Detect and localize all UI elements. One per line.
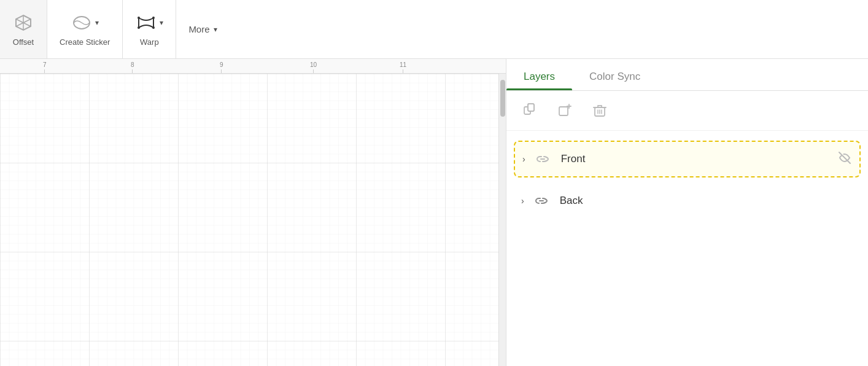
svg-rect-12	[528, 104, 534, 111]
layer-item-front[interactable]: › Front	[514, 141, 861, 177]
scrollbar-vertical[interactable]	[498, 74, 506, 366]
tab-color-sync[interactable]: Color Sync	[572, 63, 657, 90]
more-arrow: ▾	[214, 25, 217, 34]
ruler-mark-11: 11	[400, 62, 406, 73]
layer-front-name: Front	[561, 153, 837, 165]
offset-section[interactable]: Offset	[0, 0, 47, 58]
more-label: More	[188, 24, 209, 34]
svg-point-5	[138, 17, 140, 19]
delete-layer-button[interactable]	[587, 98, 612, 123]
add-layer-button[interactable]	[553, 98, 578, 123]
panel-toolbar	[506, 91, 868, 131]
svg-point-7	[138, 26, 140, 29]
warp-icon	[135, 12, 157, 34]
toolbar: Offset ▾ Create Sticker	[0, 0, 868, 59]
layer-front-chevron: ›	[522, 154, 525, 164]
warp-label: Warp	[140, 37, 159, 47]
layer-item-back[interactable]: › Back	[514, 182, 861, 219]
create-sticker-icon	[71, 12, 93, 34]
svg-point-8	[152, 26, 155, 29]
right-panel: Layers Color Sync	[506, 59, 868, 366]
ruler-marks: 7 8 9 10 11	[0, 59, 506, 73]
svg-point-6	[152, 17, 155, 19]
layer-back-name: Back	[560, 195, 853, 207]
grid-canvas[interactable]	[0, 74, 498, 366]
ruler-mark-8: 8	[131, 62, 134, 73]
create-sticker-controls: ▾	[71, 12, 99, 34]
offset-label: Offset	[13, 37, 34, 47]
scrollbar-thumb[interactable]	[500, 80, 505, 117]
app-container: Offset ▾ Create Sticker	[0, 0, 868, 366]
grid-svg	[0, 74, 498, 366]
layer-front-thumb	[532, 148, 554, 170]
ruler-mark-9: 9	[220, 62, 223, 73]
layer-front-visibility-icon[interactable]	[837, 150, 852, 168]
canvas-area: 7 8 9 10 11	[0, 59, 506, 366]
layers-list: › Front	[506, 131, 868, 366]
layer-back-chevron: ›	[521, 196, 524, 206]
offset-icon	[12, 12, 34, 34]
panel-tabs: Layers Color Sync	[506, 59, 868, 91]
create-sticker-section[interactable]: ▾ Create Sticker	[47, 0, 123, 58]
main-content: 7 8 9 10 11	[0, 59, 868, 366]
ruler-horizontal: 7 8 9 10 11	[0, 59, 506, 74]
tab-layers[interactable]: Layers	[506, 63, 572, 90]
svg-rect-10	[0, 74, 498, 366]
more-section[interactable]: More ▾	[176, 0, 229, 58]
layer-back-thumb	[530, 190, 552, 212]
warp-arrow: ▾	[160, 18, 163, 27]
warp-section[interactable]: ▾ Warp	[123, 0, 176, 58]
ruler-mark-10: 10	[310, 62, 317, 73]
create-sticker-label: Create Sticker	[60, 37, 110, 47]
warp-controls: ▾	[135, 12, 163, 34]
group-layers-button[interactable]	[519, 98, 543, 123]
ruler-mark-7: 7	[43, 62, 47, 73]
svg-rect-14	[559, 107, 568, 115]
create-sticker-arrow: ▾	[95, 18, 99, 27]
